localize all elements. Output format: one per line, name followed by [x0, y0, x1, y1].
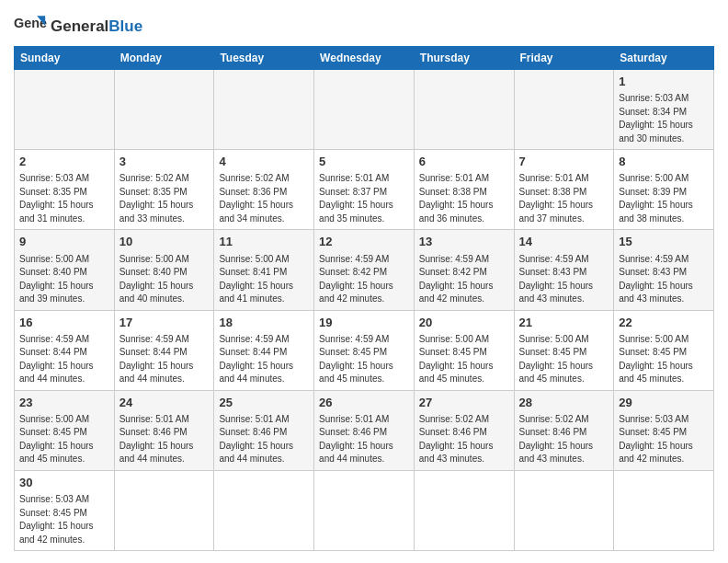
logo: General GeneralBlue — [14, 9, 142, 42]
day-number: 2 — [19, 154, 109, 170]
day-info: Sunrise: 5:03 AM Sunset: 8:45 PM Dayligh… — [19, 493, 109, 546]
day-number: 7 — [519, 154, 609, 170]
calendar-cell: 3Sunrise: 5:02 AM Sunset: 8:35 PM Daylig… — [114, 150, 214, 230]
calendar-cell: 4Sunrise: 5:02 AM Sunset: 8:36 PM Daylig… — [214, 150, 314, 230]
day-number: 14 — [519, 234, 609, 250]
day-info: Sunrise: 5:00 AM Sunset: 8:45 PM Dayligh… — [419, 333, 509, 386]
day-number: 4 — [219, 154, 309, 170]
calendar-cell: 17Sunrise: 4:59 AM Sunset: 8:44 PM Dayli… — [114, 310, 214, 390]
day-number: 10 — [119, 234, 210, 250]
day-info: Sunrise: 4:59 AM Sunset: 8:45 PM Dayligh… — [319, 333, 409, 386]
day-header-sunday: Sunday — [15, 47, 115, 70]
calendar-cell: 10Sunrise: 5:00 AM Sunset: 8:40 PM Dayli… — [114, 230, 214, 310]
day-info: Sunrise: 5:00 AM Sunset: 8:45 PM Dayligh… — [619, 333, 709, 386]
day-info: Sunrise: 5:01 AM Sunset: 8:37 PM Dayligh… — [319, 172, 409, 225]
day-number: 11 — [219, 234, 309, 250]
day-info: Sunrise: 5:00 AM Sunset: 8:39 PM Dayligh… — [619, 172, 709, 225]
day-number: 21 — [519, 315, 609, 331]
day-number: 30 — [19, 475, 109, 491]
day-number: 24 — [119, 395, 210, 411]
calendar-cell: 14Sunrise: 4:59 AM Sunset: 8:43 PM Dayli… — [514, 230, 614, 310]
day-number: 8 — [619, 154, 709, 170]
calendar-cell — [514, 70, 614, 150]
day-info: Sunrise: 5:01 AM Sunset: 8:38 PM Dayligh… — [419, 172, 509, 225]
calendar-cell — [514, 470, 614, 550]
calendar-cell — [15, 70, 115, 150]
day-info: Sunrise: 5:01 AM Sunset: 8:46 PM Dayligh… — [219, 413, 309, 466]
calendar-cell: 25Sunrise: 5:01 AM Sunset: 8:46 PM Dayli… — [214, 390, 314, 470]
day-info: Sunrise: 5:03 AM Sunset: 8:34 PM Dayligh… — [619, 92, 709, 145]
calendar-cell — [614, 470, 714, 550]
day-info: Sunrise: 5:00 AM Sunset: 8:45 PM Dayligh… — [519, 333, 609, 386]
calendar-cell: 24Sunrise: 5:01 AM Sunset: 8:46 PM Dayli… — [114, 390, 214, 470]
day-number: 16 — [19, 315, 109, 331]
day-info: Sunrise: 5:02 AM Sunset: 8:35 PM Dayligh… — [119, 172, 210, 225]
day-number: 22 — [619, 315, 709, 331]
calendar-cell: 30Sunrise: 5:03 AM Sunset: 8:45 PM Dayli… — [15, 470, 115, 550]
calendar-cell — [114, 70, 214, 150]
day-header-saturday: Saturday — [614, 47, 714, 70]
day-info: Sunrise: 5:02 AM Sunset: 8:36 PM Dayligh… — [219, 172, 309, 225]
day-header-friday: Friday — [514, 47, 614, 70]
day-header-thursday: Thursday — [414, 47, 514, 70]
day-header-wednesday: Wednesday — [314, 47, 415, 70]
day-info: Sunrise: 4:59 AM Sunset: 8:44 PM Dayligh… — [119, 333, 210, 386]
day-info: Sunrise: 5:00 AM Sunset: 8:40 PM Dayligh… — [119, 253, 210, 306]
calendar-cell — [314, 70, 415, 150]
day-number: 17 — [119, 315, 210, 331]
day-info: Sunrise: 4:59 AM Sunset: 8:43 PM Dayligh… — [519, 253, 609, 306]
day-info: Sunrise: 5:00 AM Sunset: 8:45 PM Dayligh… — [19, 413, 109, 466]
calendar-cell: 26Sunrise: 5:01 AM Sunset: 8:46 PM Dayli… — [314, 390, 415, 470]
day-header-monday: Monday — [114, 47, 214, 70]
day-number: 6 — [419, 154, 509, 170]
calendar-cell — [214, 470, 314, 550]
day-info: Sunrise: 5:03 AM Sunset: 8:45 PM Dayligh… — [619, 413, 709, 466]
calendar-cell: 6Sunrise: 5:01 AM Sunset: 8:38 PM Daylig… — [414, 150, 514, 230]
day-number: 19 — [319, 315, 409, 331]
calendar-cell: 29Sunrise: 5:03 AM Sunset: 8:45 PM Dayli… — [614, 390, 714, 470]
day-info: Sunrise: 5:01 AM Sunset: 8:46 PM Dayligh… — [119, 413, 210, 466]
day-number: 9 — [19, 234, 109, 250]
logo-icon: General — [14, 9, 47, 42]
calendar-cell: 5Sunrise: 5:01 AM Sunset: 8:37 PM Daylig… — [314, 150, 415, 230]
day-number: 18 — [219, 315, 309, 331]
calendar-cell: 22Sunrise: 5:00 AM Sunset: 8:45 PM Dayli… — [614, 310, 714, 390]
day-header-tuesday: Tuesday — [214, 47, 314, 70]
day-number: 3 — [119, 154, 210, 170]
day-number: 15 — [619, 234, 709, 250]
calendar-cell: 23Sunrise: 5:00 AM Sunset: 8:45 PM Dayli… — [15, 390, 115, 470]
calendar-cell: 28Sunrise: 5:02 AM Sunset: 8:46 PM Dayli… — [514, 390, 614, 470]
day-number: 13 — [419, 234, 509, 250]
calendar-cell: 15Sunrise: 4:59 AM Sunset: 8:43 PM Dayli… — [614, 230, 714, 310]
day-info: Sunrise: 4:59 AM Sunset: 8:42 PM Dayligh… — [419, 253, 509, 306]
day-info: Sunrise: 4:59 AM Sunset: 8:44 PM Dayligh… — [19, 333, 109, 386]
calendar-cell: 13Sunrise: 4:59 AM Sunset: 8:42 PM Dayli… — [414, 230, 514, 310]
day-info: Sunrise: 5:01 AM Sunset: 8:46 PM Dayligh… — [319, 413, 409, 466]
day-number: 27 — [419, 395, 509, 411]
day-number: 26 — [319, 395, 409, 411]
calendar-cell — [314, 470, 415, 550]
calendar-cell: 9Sunrise: 5:00 AM Sunset: 8:40 PM Daylig… — [15, 230, 115, 310]
calendar-cell: 21Sunrise: 5:00 AM Sunset: 8:45 PM Dayli… — [514, 310, 614, 390]
day-info: Sunrise: 4:59 AM Sunset: 8:42 PM Dayligh… — [319, 253, 409, 306]
day-info: Sunrise: 4:59 AM Sunset: 8:43 PM Dayligh… — [619, 253, 709, 306]
calendar-cell: 2Sunrise: 5:03 AM Sunset: 8:35 PM Daylig… — [15, 150, 115, 230]
day-info: Sunrise: 5:00 AM Sunset: 8:41 PM Dayligh… — [219, 253, 309, 306]
calendar-cell: 7Sunrise: 5:01 AM Sunset: 8:38 PM Daylig… — [514, 150, 614, 230]
calendar-cell: 27Sunrise: 5:02 AM Sunset: 8:46 PM Dayli… — [414, 390, 514, 470]
day-info: Sunrise: 5:03 AM Sunset: 8:35 PM Dayligh… — [19, 172, 109, 225]
day-info: Sunrise: 5:02 AM Sunset: 8:46 PM Dayligh… — [519, 413, 609, 466]
day-number: 20 — [419, 315, 509, 331]
calendar-cell: 19Sunrise: 4:59 AM Sunset: 8:45 PM Dayli… — [314, 310, 415, 390]
day-info: Sunrise: 4:59 AM Sunset: 8:44 PM Dayligh… — [219, 333, 309, 386]
day-number: 12 — [319, 234, 409, 250]
calendar-header-row: SundayMondayTuesdayWednesdayThursdayFrid… — [15, 47, 714, 70]
page-header: General GeneralBlue — [14, 9, 714, 42]
day-info: Sunrise: 5:00 AM Sunset: 8:40 PM Dayligh… — [19, 253, 109, 306]
calendar-cell: 18Sunrise: 4:59 AM Sunset: 8:44 PM Dayli… — [214, 310, 314, 390]
calendar-cell: 1Sunrise: 5:03 AM Sunset: 8:34 PM Daylig… — [614, 70, 714, 150]
calendar-cell — [214, 70, 314, 150]
day-number: 28 — [519, 395, 609, 411]
calendar-cell: 12Sunrise: 4:59 AM Sunset: 8:42 PM Dayli… — [314, 230, 415, 310]
calendar-cell: 11Sunrise: 5:00 AM Sunset: 8:41 PM Dayli… — [214, 230, 314, 310]
